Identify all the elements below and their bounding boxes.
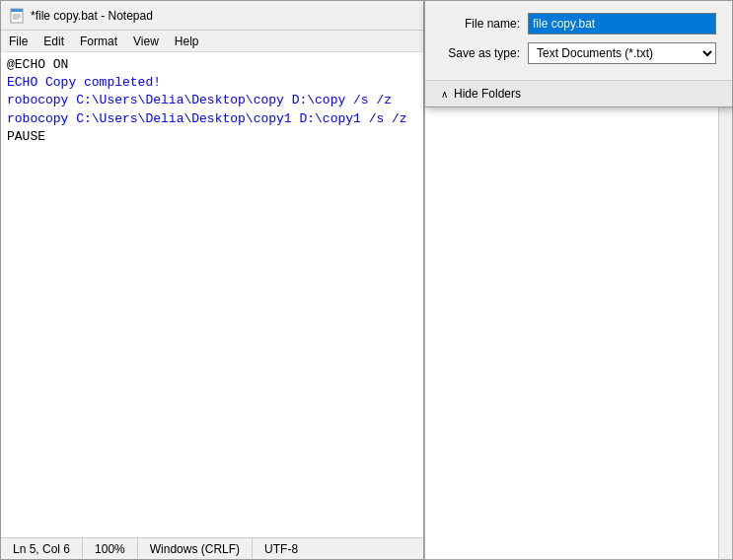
menu-view[interactable]: View (125, 33, 167, 49)
window-title: *file copy.bat - Notepad (31, 9, 415, 23)
notepad-icon (9, 8, 25, 24)
save-dialog: File name: Save as type: Text Documents … (424, 0, 733, 107)
status-zoom: 100% (83, 538, 138, 559)
notepad-window: *file copy.bat - Notepad File Edit Forma… (0, 0, 424, 560)
filename-row: File name: (441, 13, 716, 35)
editor-line-4: robocopy C:\Users\Delia\Desktop\copy1 D:… (7, 110, 417, 128)
menu-format[interactable]: Format (72, 33, 125, 49)
savetype-label: Save as type: (441, 46, 520, 60)
hide-folders-label: Hide Folders (454, 87, 521, 101)
status-position: Ln 5, Col 6 (1, 538, 83, 559)
svg-rect-1 (11, 9, 23, 12)
editor-line-2: ECHO Copy completed! (7, 74, 417, 92)
title-bar: *file copy.bat - Notepad (1, 1, 423, 31)
filename-input[interactable] (528, 13, 716, 35)
filename-label: File name: (441, 17, 520, 31)
status-encoding: UTF-8 (253, 538, 310, 559)
menu-edit[interactable]: Edit (36, 33, 72, 49)
editor-line-1: @ECHO ON (7, 56, 417, 74)
menu-file[interactable]: File (1, 33, 36, 49)
editor-line-5: PAUSE (7, 128, 417, 146)
menu-bar: File Edit Format View Help (1, 31, 423, 52)
status-bar: Ln 5, Col 6 100% Windows (CRLF) UTF-8 (1, 537, 423, 559)
menu-help[interactable]: Help (167, 33, 207, 49)
dialog-form: File name: Save as type: Text Documents … (425, 1, 732, 80)
editor-area[interactable]: @ECHO ON ECHO Copy completed! robocopy C… (1, 52, 423, 537)
savetype-select[interactable]: Text Documents (*.txt) (528, 42, 716, 64)
hide-folders-chevron: ∧ (441, 89, 448, 100)
editor-line-3: robocopy C:\Users\Delia\Desktop\copy D:\… (7, 92, 417, 109)
savetype-row: Save as type: Text Documents (*.txt) (441, 42, 716, 64)
status-line-ending: Windows (CRLF) (138, 538, 253, 559)
hide-folders-row[interactable]: ∧ Hide Folders (425, 80, 732, 106)
